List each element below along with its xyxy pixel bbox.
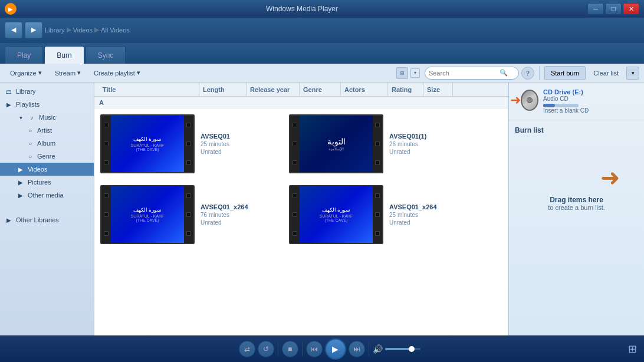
volume-fill bbox=[385, 348, 410, 350]
sidebar-item-pictures[interactable]: ▶ Pictures bbox=[0, 176, 94, 189]
sidebar-item-library[interactable]: 🗃 Library bbox=[0, 85, 94, 98]
shuffle-button[interactable]: ⇄ bbox=[239, 341, 255, 357]
window-title: Windows Media Player bbox=[17, 5, 587, 13]
thumb-bg: سورة الكهف SURATUL - KAHF(THE CAVE) bbox=[300, 186, 373, 243]
view-toggle-icon[interactable]: ⊞ bbox=[396, 67, 408, 79]
column-headers: Title Length Release year Genre Actors R… bbox=[94, 83, 508, 97]
list-item[interactable]: سورة الكهف SURATUL - KAHF(THE CAVE) AVSE… bbox=[100, 114, 277, 173]
search-input[interactable] bbox=[429, 70, 500, 77]
restore-button[interactable]: □ bbox=[605, 3, 622, 15]
drag-zone: ➜ Drag items here to create a burn list. bbox=[515, 164, 638, 211]
film-strip-left bbox=[290, 116, 300, 172]
library-icon: 🗃 bbox=[5, 88, 13, 95]
tab-play[interactable]: Play bbox=[5, 46, 43, 64]
col-size[interactable]: Size bbox=[423, 83, 453, 96]
thumb-bg: سورة الكهف SURATUL - KAHF(THE CAVE) bbox=[111, 116, 184, 172]
content-area: Title Length Release year Genre Actors R… bbox=[94, 83, 508, 335]
tab-burn[interactable]: Burn bbox=[44, 46, 84, 64]
sidebar-item-artist[interactable]: ○ Artist bbox=[0, 124, 94, 137]
repeat-button[interactable]: ↺ bbox=[258, 341, 274, 357]
title-bar: ▶ Windows Media Player ─ □ ✕ bbox=[0, 0, 644, 18]
back-button[interactable]: ◀ bbox=[5, 22, 22, 38]
film-strip-left bbox=[290, 186, 300, 243]
col-release-year[interactable]: Release year bbox=[247, 83, 300, 96]
next-button[interactable]: ⏭ bbox=[349, 341, 365, 357]
list-item[interactable]: سورة الكهف SURATUL - KAHF(THE CAVE) AVSE… bbox=[289, 185, 466, 244]
play-button[interactable]: ▶ bbox=[325, 338, 346, 360]
col-title[interactable]: Title bbox=[99, 83, 199, 96]
divider bbox=[539, 66, 540, 80]
thumb-content: سورة الكهف SURATUL - KAHF(THE CAVE) bbox=[111, 116, 184, 172]
breadcrumb-library[interactable]: Library bbox=[45, 27, 65, 34]
breadcrumb: Library ▶ Videos ▶ All Videos bbox=[45, 26, 130, 34]
sidebar-item-genre[interactable]: ○ Genre bbox=[0, 150, 94, 163]
control-divider-3 bbox=[369, 342, 369, 356]
video-info: AVSEQ01_x264 25 minutes Unrated bbox=[389, 185, 437, 244]
tab-sync[interactable]: Sync bbox=[86, 46, 126, 64]
col-genre[interactable]: Genre bbox=[300, 83, 341, 96]
list-item[interactable]: سورة الكهف SURATUL - KAHF(THE CAVE) AVSE… bbox=[100, 185, 277, 244]
col-rating[interactable]: Rating bbox=[388, 83, 423, 96]
close-button[interactable]: ✕ bbox=[623, 3, 639, 15]
music-icon: ♪ bbox=[28, 114, 36, 121]
sidebar-item-videos[interactable]: ▶ Videos bbox=[0, 163, 94, 176]
minimize-button[interactable]: ─ bbox=[587, 3, 604, 15]
search-icon[interactable]: 🔍 bbox=[500, 69, 508, 77]
stream-button[interactable]: Stream ▾ bbox=[50, 66, 86, 80]
help-button[interactable]: ? bbox=[521, 67, 534, 80]
sidebar-item-album[interactable]: ○ Album bbox=[0, 137, 94, 150]
video-title: AVSEQ01_x264 bbox=[201, 203, 248, 210]
video-thumbnail: سورة الكهف SURATUL - KAHF(THE CAVE) bbox=[289, 185, 383, 244]
drag-hint: Drag items here bbox=[550, 196, 603, 204]
burn-insert-msg: Insert a blank CD bbox=[543, 107, 638, 114]
thumb-bg: التوبة الإسلامية bbox=[300, 116, 373, 172]
drag-sub: to create a burn list. bbox=[548, 204, 605, 211]
film-strip-left bbox=[101, 116, 111, 172]
cd-arrow-icon: ➜ bbox=[510, 93, 521, 108]
video-duration: 25 minutes bbox=[389, 212, 437, 218]
stop-button[interactable]: ■ bbox=[282, 341, 298, 357]
breadcrumb-videos[interactable]: Videos bbox=[73, 27, 93, 34]
video-grid: سورة الكهف SURATUL - KAHF(THE CAVE) AVSE… bbox=[94, 108, 508, 250]
col-actors[interactable]: Actors bbox=[341, 83, 388, 96]
sidebar: 🗃 Library ▶ Playlists ▾ ♪ Music ○ Artist… bbox=[0, 83, 94, 335]
genre-icon: ○ bbox=[26, 153, 34, 160]
other-libraries-icon: ▶ bbox=[5, 217, 13, 223]
video-rating: Unrated bbox=[389, 219, 437, 226]
stream-dropdown-icon: ▾ bbox=[77, 69, 81, 77]
more-options-icon[interactable]: ▾ bbox=[626, 67, 639, 80]
col-length[interactable]: Length bbox=[199, 83, 247, 96]
pictures-icon: ▶ bbox=[17, 179, 25, 186]
prev-button[interactable]: ⏮ bbox=[306, 341, 323, 357]
nav-bar: ◀ ▶ Library ▶ Videos ▶ All Videos bbox=[0, 18, 644, 42]
view-toggle-button[interactable]: ⊞ bbox=[628, 343, 637, 356]
video-duration: 25 minutes bbox=[201, 141, 230, 147]
forward-button[interactable]: ▶ bbox=[25, 22, 42, 38]
start-burn-button[interactable]: Start burn bbox=[544, 66, 586, 80]
list-item[interactable]: التوبة الإسلامية AVSEQ01(1) 26 minutes U… bbox=[289, 114, 466, 173]
sidebar-item-other-media[interactable]: ▶ Other media bbox=[0, 189, 94, 202]
breadcrumb-all-videos[interactable]: All Videos bbox=[101, 27, 130, 34]
cd-icon: ➜ bbox=[515, 90, 538, 113]
sidebar-item-playlists[interactable]: ▶ Playlists bbox=[0, 98, 94, 111]
music-expand-icon: ▾ bbox=[17, 114, 25, 121]
volume-thumb[interactable] bbox=[409, 346, 415, 352]
sidebar-item-other-libraries[interactable]: ▶ Other Libraries bbox=[0, 213, 94, 226]
video-thumbnail: سورة الكهف SURATUL - KAHF(THE CAVE) bbox=[100, 114, 195, 173]
thumb-content: التوبة الإسلامية bbox=[300, 116, 373, 172]
create-playlist-button[interactable]: Create playlist ▾ bbox=[88, 66, 146, 80]
video-info: AVSEQ01(1) 26 minutes Unrated bbox=[389, 114, 426, 173]
video-thumbnail: التوبة الإسلامية bbox=[289, 114, 383, 173]
volume-track[interactable] bbox=[385, 348, 420, 350]
sidebar-item-music[interactable]: ▾ ♪ Music bbox=[0, 111, 94, 124]
video-info: AVSEQ01_x264 76 minutes Unrated bbox=[201, 185, 248, 244]
sidebar-spacer bbox=[0, 202, 94, 213]
volume-icon: 🔊 bbox=[373, 344, 383, 354]
videos-icon: ▶ bbox=[17, 166, 25, 173]
drag-arrow-icon: ➜ bbox=[600, 164, 620, 191]
view-dropdown-icon[interactable]: ▾ bbox=[410, 68, 420, 78]
organize-button[interactable]: Organize ▾ bbox=[5, 66, 47, 80]
clear-list-button[interactable]: Clear list bbox=[588, 66, 624, 80]
artist-icon: ○ bbox=[26, 127, 34, 134]
titlebar-controls: ─ □ ✕ bbox=[587, 3, 639, 15]
